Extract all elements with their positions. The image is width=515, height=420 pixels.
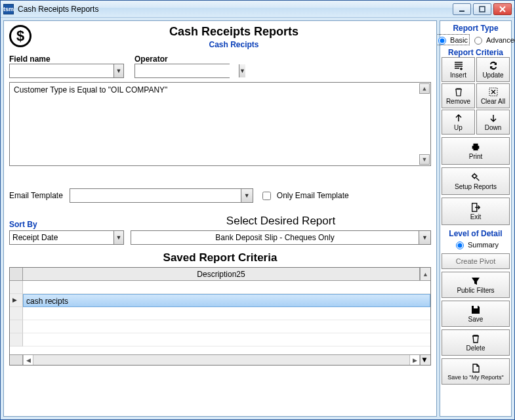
operator-input[interactable] xyxy=(135,64,239,77)
trash-icon xyxy=(453,87,464,97)
down-button[interactable]: Down xyxy=(476,110,510,135)
grid-cell[interactable] xyxy=(23,333,430,346)
sort-by-input[interactable] xyxy=(10,231,113,244)
svg-rect-0 xyxy=(459,10,464,12)
remove-button[interactable]: Remove xyxy=(442,83,475,108)
operator-combo[interactable] xyxy=(134,64,230,78)
up-button[interactable]: Up xyxy=(442,110,475,135)
save-label: Save xyxy=(468,316,484,323)
report-input[interactable] xyxy=(131,231,419,244)
email-template-combo[interactable] xyxy=(70,188,253,203)
public-filters-label: Public Filters xyxy=(457,287,494,294)
radio-advanced-input[interactable] xyxy=(474,37,482,45)
setup-reports-button[interactable]: Setup Reports xyxy=(442,167,510,195)
print-button[interactable]: Print xyxy=(442,137,510,165)
scroll-up-icon[interactable]: ▲ xyxy=(420,268,430,280)
save-my-reports-label: Save to "My Reports" xyxy=(447,374,503,381)
minimize-button[interactable] xyxy=(453,3,471,15)
grid-cell[interactable] xyxy=(23,320,430,333)
grid-cell[interactable]: cash recipts xyxy=(23,294,430,307)
gear-wrench-icon xyxy=(470,172,481,182)
radio-summary-label: Summary xyxy=(468,241,499,249)
dollar-icon: $ xyxy=(9,25,31,47)
exit-label: Exit xyxy=(470,213,482,220)
radio-basic-input[interactable] xyxy=(438,37,446,45)
delete-button[interactable]: Delete xyxy=(442,329,510,356)
clear-all-label: Clear All xyxy=(481,98,505,105)
chevron-down-icon[interactable] xyxy=(113,231,123,244)
funnel-icon xyxy=(470,276,481,286)
update-label: Update xyxy=(482,72,503,79)
chevron-down-icon[interactable] xyxy=(241,189,253,202)
email-template-input[interactable] xyxy=(70,189,241,202)
scroll-right-icon[interactable]: ▶ xyxy=(409,355,420,365)
grid-row-gutter[interactable] xyxy=(10,307,23,320)
up-label: Up xyxy=(454,124,463,131)
horizontal-scrollbar[interactable] xyxy=(33,355,409,365)
titlebar: tsm Cash Receipts Reports xyxy=(1,1,514,18)
criteria-textbox[interactable]: Customer Type is Equal to "OIL COMPANY" … xyxy=(9,82,431,166)
main-panel: $ Cash Receipts Reports Cash Recipts Fie… xyxy=(3,20,437,417)
criteria-text: Customer Type is Equal to "OIL COMPANY" xyxy=(10,83,430,97)
field-name-combo[interactable] xyxy=(9,64,124,78)
exit-button[interactable]: Exit xyxy=(442,198,510,225)
grid-cell[interactable] xyxy=(23,281,430,294)
grid-gutter-header xyxy=(10,268,23,280)
page-subtitle: Cash Recipts xyxy=(37,40,431,49)
delete-label: Delete xyxy=(466,345,485,352)
radio-advanced[interactable]: Advanced xyxy=(471,34,515,45)
radio-summary[interactable]: Summary xyxy=(449,240,502,249)
insert-button[interactable]: Insert xyxy=(442,57,475,82)
save-icon xyxy=(470,304,481,315)
svg-point-3 xyxy=(473,175,476,178)
grid-row-gutter[interactable] xyxy=(10,294,23,307)
window-title: Cash Receipts Reports xyxy=(18,5,453,14)
only-email-checkbox-input[interactable] xyxy=(262,192,271,200)
grid-cell[interactable] xyxy=(23,307,430,320)
trash-icon xyxy=(470,333,481,344)
radio-basic[interactable]: Basic xyxy=(433,34,470,45)
arrow-down-icon xyxy=(488,113,499,123)
grid-row-gutter[interactable] xyxy=(10,320,23,333)
print-label: Print xyxy=(469,153,483,160)
maximize-button[interactable] xyxy=(473,3,491,15)
radio-summary-input[interactable] xyxy=(456,242,464,249)
document-icon xyxy=(470,363,481,373)
clear-icon xyxy=(488,87,499,97)
page-title: Cash Receipts Reports xyxy=(37,25,431,39)
close-button[interactable] xyxy=(493,3,512,15)
public-filters-button[interactable]: Public Filters xyxy=(442,272,510,298)
chevron-down-icon[interactable] xyxy=(239,64,245,77)
create-pivot-button[interactable]: Create Pivot xyxy=(442,253,510,269)
saved-criteria-grid[interactable]: Description25 ▲ cash recipts ◀ ▶ ▼ xyxy=(9,267,431,366)
refresh-icon xyxy=(488,60,499,71)
grid-column-header[interactable]: Description25 xyxy=(23,268,420,280)
chevron-down-icon[interactable] xyxy=(113,64,123,77)
update-button[interactable]: Update xyxy=(476,57,510,82)
save-button[interactable]: Save xyxy=(442,301,510,327)
save-my-reports-button[interactable]: Save to "My Reports" xyxy=(442,358,510,385)
grid-row-gutter[interactable] xyxy=(10,281,23,294)
level-of-detail-label: Level of Detail xyxy=(449,229,502,238)
chevron-down-icon[interactable] xyxy=(419,231,430,244)
report-combo[interactable] xyxy=(131,230,431,245)
sort-by-combo[interactable] xyxy=(9,230,124,245)
remove-label: Remove xyxy=(446,98,470,105)
only-email-checkbox[interactable]: Only Email Template xyxy=(260,190,349,202)
setup-reports-label: Setup Reports xyxy=(455,183,497,190)
scroll-left-icon[interactable]: ◀ xyxy=(23,355,33,365)
print-icon xyxy=(470,142,481,152)
report-criteria-label: Report Criteria xyxy=(448,48,503,57)
grid-row-gutter[interactable] xyxy=(10,333,23,346)
scroll-up-icon[interactable]: ▲ xyxy=(419,83,430,94)
select-report-heading: Select Desired Report xyxy=(131,215,431,228)
scroll-down-icon[interactable]: ▼ xyxy=(420,355,430,365)
clear-all-button[interactable]: Clear All xyxy=(476,83,510,108)
list-insert-icon xyxy=(453,60,464,71)
field-name-label: Field name xyxy=(9,54,124,64)
scroll-down-icon[interactable]: ▼ xyxy=(419,154,430,165)
arrow-up-icon xyxy=(453,113,464,123)
field-name-input[interactable] xyxy=(10,64,113,77)
radio-basic-label: Basic xyxy=(450,36,468,44)
down-label: Down xyxy=(485,124,502,131)
